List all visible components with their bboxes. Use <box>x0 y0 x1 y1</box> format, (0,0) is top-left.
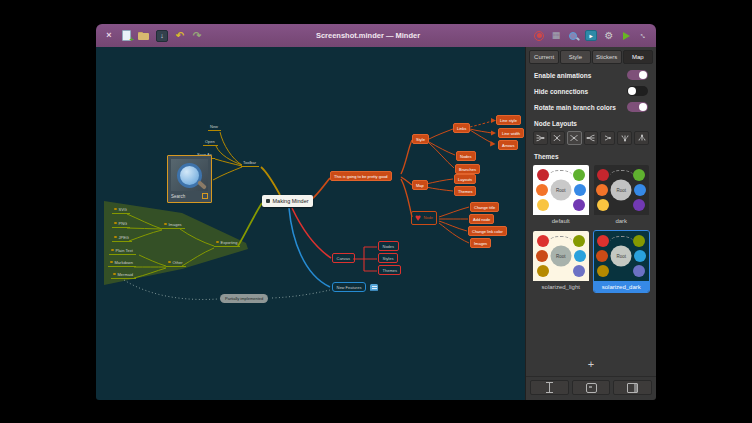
node-styles-2[interactable]: Styles <box>378 253 398 263</box>
node-search-image[interactable]: Search <box>167 155 212 203</box>
node-add-node[interactable]: Add node <box>469 214 494 224</box>
theme-dark[interactable]: Root dark <box>594 165 650 226</box>
panel-icon <box>627 383 638 393</box>
heart-icon: ♥ <box>415 214 421 222</box>
text-metrics-button[interactable] <box>530 380 569 395</box>
node-heart[interactable]: ♥ Node <box>411 211 437 225</box>
layout-to-left-button[interactable] <box>533 131 548 145</box>
layout-horizontal-button[interactable] <box>567 131 582 145</box>
image-button[interactable] <box>572 380 611 395</box>
tab-style[interactable]: Style <box>560 50 590 64</box>
node-png[interactable]: PNG <box>112 220 130 228</box>
redo-icon[interactable]: ↷ <box>192 30 202 42</box>
node-layouts-heading: Node Layouts <box>526 115 656 130</box>
themes-grid: Root default Root dark <box>526 163 656 294</box>
minder-window: × + ↓ ↶ ↷ Screenshot.minder — Minder ▦ ▸… <box>96 24 656 400</box>
undo-icon[interactable]: ↶ <box>175 30 185 42</box>
search-image-label: Search <box>171 194 185 199</box>
tab-current[interactable]: Current <box>529 50 559 64</box>
note-icon[interactable] <box>370 284 378 291</box>
option-row: Rotate main branch colors <box>526 99 656 115</box>
root-circle: Root <box>611 180 632 201</box>
node-pretty-good[interactable]: This is going to be pretty good <box>330 171 392 181</box>
node-branches[interactable]: Branches <box>455 164 480 174</box>
dashed-arc <box>610 170 633 180</box>
node-new-features[interactable]: New Features <box>332 282 366 292</box>
node-change-title[interactable]: Change title <box>470 202 499 212</box>
node-root[interactable]: Making Minder <box>262 195 313 207</box>
node-open[interactable]: Open <box>203 138 218 146</box>
node-mermaid[interactable]: Mermaid <box>111 271 136 279</box>
panel-button[interactable] <box>613 380 652 395</box>
node-themes[interactable]: Themes <box>454 186 476 196</box>
settings-icon[interactable]: ⚙ <box>604 30 614 42</box>
node-canvas[interactable]: Canvas <box>332 253 355 263</box>
node-line-width[interactable]: Line width <box>498 128 524 138</box>
enable-animations-toggle[interactable] <box>627 70 648 80</box>
magnifier-graphic <box>177 163 202 188</box>
mindmap-canvas[interactable]: Making Minder Toolbar New Open Save As S… <box>96 47 525 400</box>
layout-downwards-button[interactable] <box>634 131 649 145</box>
theme-default[interactable]: Root default <box>533 165 589 226</box>
theme-solarized-light[interactable]: Root solarized_light <box>533 231 589 292</box>
resize-handle-icon[interactable] <box>202 193 208 199</box>
image-icon <box>586 383 597 393</box>
tab-map[interactable]: Map <box>623 50 653 64</box>
resize-icon[interactable]: ↔ <box>638 30 648 42</box>
root-circle: Root <box>550 246 571 267</box>
layout-upwards-button[interactable] <box>617 131 632 145</box>
desktop-background: { "window": { "title": "Screenshot.minde… <box>0 0 752 423</box>
node-grid-icon[interactable]: ▦ <box>551 30 561 42</box>
node-other[interactable]: Other <box>166 259 186 267</box>
layout-tree-left-button[interactable] <box>600 131 615 145</box>
layout-downwards-icon <box>637 134 647 142</box>
node-themes-2[interactable]: Themes <box>378 265 401 275</box>
node-new[interactable]: New <box>208 123 221 131</box>
node-images[interactable]: Images <box>162 221 185 229</box>
option-row: Enable animations <box>526 67 656 83</box>
layout-to-right-icon <box>586 134 596 142</box>
node-layouts[interactable]: Layouts <box>454 174 476 184</box>
sidebar: Current Style Stickers Map Enable animat… <box>525 47 656 400</box>
tab-stickers[interactable]: Stickers <box>592 50 622 64</box>
theme-solarized-dark[interactable]: Root solarized_dark <box>594 231 650 292</box>
close-button[interactable]: × <box>104 30 114 42</box>
node-jpeg[interactable]: JPEG <box>112 234 132 242</box>
node-style[interactable]: Style <box>412 134 429 144</box>
new-document-icon[interactable]: + <box>121 30 131 42</box>
node-toolbar[interactable]: Toolbar <box>241 159 259 167</box>
node-links[interactable]: Links <box>453 123 470 133</box>
sidebar-tabs: Current Style Stickers Map <box>526 47 656 67</box>
node-partially-implemented[interactable]: Partially implemented <box>220 294 268 303</box>
node-line-style[interactable]: Line style <box>496 115 521 125</box>
node-plain-text[interactable]: Plain Text <box>109 247 136 255</box>
option-row: Hide connections <box>526 83 656 99</box>
node-change-link-color[interactable]: Change link color <box>468 226 507 236</box>
layout-vertical-button[interactable] <box>550 131 565 145</box>
theme-label: solarized_dark <box>594 281 650 292</box>
text-metrics-icon <box>546 382 553 393</box>
node-map[interactable]: Map <box>412 180 428 190</box>
titlebar: × + ↓ ↶ ↷ Screenshot.minder — Minder ▦ ▸… <box>96 24 656 47</box>
layout-horizontal-icon <box>569 134 579 142</box>
node-images-2[interactable]: Images <box>470 238 491 248</box>
node-markdown[interactable]: Markdown <box>108 259 136 267</box>
node-nodes[interactable]: Nodes <box>456 151 476 161</box>
layout-to-right-button[interactable] <box>584 131 599 145</box>
share-icon[interactable] <box>621 30 631 42</box>
node-svg[interactable]: SVG <box>112 206 130 214</box>
node-nodes-2[interactable]: Nodes <box>378 241 399 251</box>
rotate-branch-colors-toggle[interactable] <box>627 102 648 112</box>
connection-lines <box>96 47 525 400</box>
focus-mode-icon[interactable] <box>534 30 544 42</box>
node-exporting[interactable]: Exporting <box>214 239 240 247</box>
image-export-icon[interactable]: ▸ <box>585 30 597 41</box>
theme-label: solarized_light <box>533 281 589 292</box>
dashed-arc <box>610 236 633 246</box>
add-theme-button[interactable]: + <box>526 356 656 376</box>
zoom-icon[interactable] <box>568 30 578 42</box>
open-folder-icon[interactable] <box>138 31 149 40</box>
export-save-icon[interactable]: ↓ <box>156 30 168 42</box>
hide-connections-toggle[interactable] <box>627 86 648 96</box>
node-arrows[interactable]: Arrows <box>498 140 518 150</box>
